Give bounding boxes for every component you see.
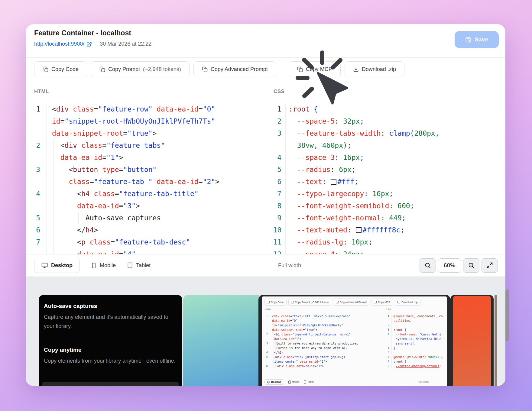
header: Feature Container - localhost http://loc…	[26, 24, 505, 57]
preview-edge-strip	[495, 295, 497, 386]
mini-toolbar-button: Copy Advanced Prompt	[333, 299, 369, 306]
zoom-controls: 60%	[420, 258, 498, 273]
smartphone-icon	[91, 263, 97, 268]
preview-gradient-teal	[183, 295, 259, 386]
save-button[interactable]: Save	[455, 31, 499, 48]
mini-html-code: 1<div class="text-left mb-v2.5 max-w-pro…	[262, 314, 382, 376]
full-width-label: Full width	[278, 262, 339, 269]
mini-panel-divider	[383, 307, 383, 386]
mini-css-code: 1@layer base, components, coutilities;23…	[384, 314, 447, 376]
mini-toolbar-button: Copy Prompt (~3,543 tokens)	[288, 299, 331, 306]
feature-desc: Capture any element and it's automatical…	[44, 312, 171, 331]
localhost-link[interactable]: http://localhost:9900/	[34, 41, 92, 47]
separator-dot: ·	[95, 41, 97, 47]
mini-toolbar-button: Copy Code	[264, 299, 287, 306]
preview-feature-panel: Auto-save captures Capture any element a…	[39, 295, 182, 386]
feature-title: Auto-save captures	[44, 303, 176, 309]
monitor-icon	[41, 262, 48, 269]
zoom-out-button[interactable]	[420, 258, 436, 273]
mini-viewport-desktop: Desktop	[264, 379, 284, 385]
mini-toolbar-button: Download .zip	[395, 299, 420, 306]
mini-toolbar: Copy CodeCopy Prompt (~3,543 tokens)Copy…	[264, 299, 420, 306]
header-subrow: http://localhost:9900/ · 30 Mar 2026 at …	[34, 41, 151, 47]
html-code-editor[interactable]: 1<div class="feature-row" data-ea-id="0"…	[26, 103, 266, 254]
action-toolbar: Copy Code Copy Prompt (~2,948 tokens) Co…	[26, 58, 505, 81]
feature-desc: Copy elements from your library anytime …	[44, 356, 176, 365]
feature-title: Copy anytime	[44, 347, 176, 353]
preview-gradient-orange	[450, 295, 494, 386]
copy-prompt-button[interactable]: Copy Prompt (~2,948 tokens)	[91, 61, 190, 77]
external-link-icon	[86, 41, 92, 47]
viewport-mobile-button[interactable]: Mobile	[91, 262, 116, 269]
zoom-in-button[interactable]	[463, 258, 479, 273]
mini-full-width-label: Full width	[418, 380, 429, 383]
mini-toolbar-button: Copy MCP	[371, 299, 393, 306]
save-icon	[465, 37, 472, 43]
mini-html-label: HTML	[265, 308, 272, 311]
download-icon	[353, 66, 359, 72]
viewport-tablet-button[interactable]: Tablet	[127, 262, 151, 269]
mini-viewport-mobile: Mobile	[288, 380, 300, 384]
page-scrollbar-thumb[interactable]	[505, 289, 509, 341]
copy-mcp-button[interactable]: Copy MCP	[289, 61, 341, 77]
expand-fullscreen-button[interactable]	[482, 258, 498, 273]
preview-mini-screenshot: Copy CodeCopy Prompt (~3,543 tokens)Copy…	[258, 295, 450, 386]
preview-subcard	[42, 382, 179, 386]
copy-code-button[interactable]: Copy Code	[34, 61, 87, 77]
mini-viewport-tablet: Tablet	[304, 380, 314, 384]
page-title: Feature Container - localhost	[34, 29, 131, 37]
html-panel-label: HTML	[34, 89, 49, 95]
css-panel-label: CSS	[274, 89, 284, 95]
capture-timestamp: 30 Mar 2026 at 22:22	[100, 41, 151, 47]
copy-icon	[43, 66, 48, 72]
copy-icon	[297, 66, 303, 72]
copy-icon	[202, 66, 208, 72]
copy-advanced-prompt-button[interactable]: Copy Advanced Prompt	[193, 61, 276, 77]
copy-icon	[99, 66, 105, 72]
zoom-level-display[interactable]: 60%	[438, 258, 461, 273]
editor-label-row: HTML CSS	[26, 81, 505, 103]
css-code-editor[interactable]: 1:root {2--space-5: 32px;3--feature-tabs…	[266, 103, 505, 254]
download-zip-button[interactable]: Download .zip	[345, 61, 404, 77]
app-window: Feature Container - localhost http://loc…	[26, 24, 505, 386]
mini-divider	[262, 313, 447, 313]
token-count: (~2,948 tokens)	[143, 66, 181, 73]
localhost-url: http://localhost:9900/	[34, 41, 84, 47]
viewport-desktop-button[interactable]: Desktop	[34, 258, 80, 273]
viewport-bar: Desktop Mobile Tablet Full width 60%	[26, 254, 505, 277]
mini-css-label: CSS	[386, 308, 391, 311]
desktop-background: { "header": { "title": "Feature Containe…	[0, 0, 532, 411]
tablet-icon	[127, 262, 133, 268]
mini-viewport-bar: Desktop Mobile Tablet Full width	[262, 376, 447, 386]
live-preview-area[interactable]: Auto-save captures Capture any element a…	[26, 277, 505, 386]
